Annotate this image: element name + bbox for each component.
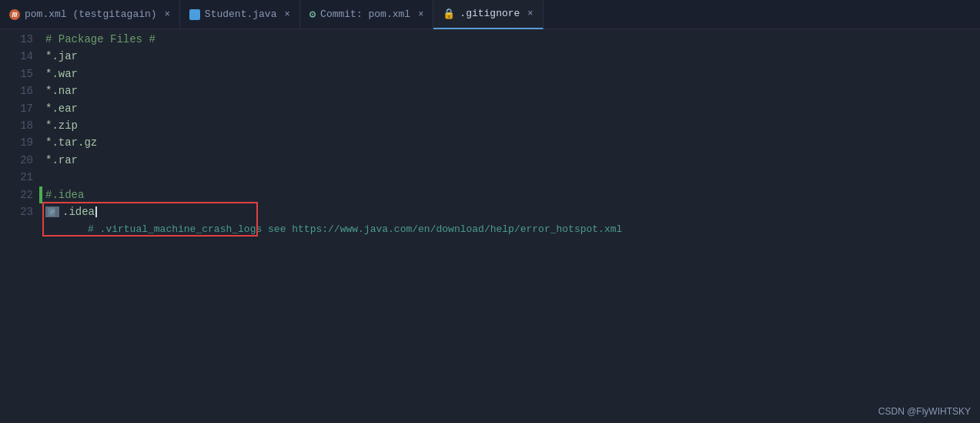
tab-pom[interactable]: m pom.xml (testgitagain) × <box>0 0 180 29</box>
code-line-17: *.ear <box>42 100 980 117</box>
code-line-22: #.idea <box>42 186 980 203</box>
tab-student-label: Student.java <box>205 8 277 20</box>
code-text-21 <box>45 169 52 186</box>
editor: 13 14 15 16 17 18 19 20 21 22 23 # Packa… <box>0 29 980 423</box>
code-text-20: *.rar <box>45 152 78 169</box>
code-text-19: *.tar.gz <box>45 134 97 151</box>
code-text-17: *.ear <box>45 100 78 117</box>
tab-gitignore-close[interactable]: × <box>527 8 533 19</box>
tab-commit[interactable]: ⚙ Commit: pom.xml × <box>300 0 434 29</box>
code-line-19: *.tar.gz <box>42 134 980 151</box>
tab-pom-label: pom.xml (testgitagain) <box>25 8 157 20</box>
bottom-line: # .virtual_machine_crash_logs see https:… <box>42 222 980 238</box>
tab-student[interactable]: Student.java × <box>180 0 300 29</box>
java-icon <box>189 9 200 20</box>
file-icon-23 <box>45 206 59 217</box>
watermark: CSDN @FlyWIHTSKY <box>878 406 971 417</box>
tab-commit-label: Commit: pom.xml <box>320 8 410 20</box>
code-text-15: *.war <box>45 65 78 82</box>
line-numbers: 13 14 15 16 17 18 19 20 21 22 23 <box>0 29 42 423</box>
code-line-16: *.nar <box>42 82 980 99</box>
maven-icon: m <box>9 9 20 20</box>
code-line-14: *.jar <box>42 48 980 65</box>
text-cursor <box>95 206 97 217</box>
tab-gitignore[interactable]: 🔒 .gitignore × <box>433 0 543 29</box>
tab-student-close[interactable]: × <box>284 9 289 20</box>
bottom-line-text: # .virtual_machine_crash_logs see https:… <box>88 223 622 235</box>
tab-gitignore-label: .gitignore <box>460 8 520 19</box>
tab-pom-close[interactable]: × <box>165 9 170 20</box>
commit-icon: ⚙ <box>309 8 316 21</box>
code-content[interactable]: # Package Files # *.jar *.war *.nar *.ea… <box>42 29 980 423</box>
gitignore-icon: 🔒 <box>443 8 455 20</box>
code-line-18: *.zip <box>42 117 980 134</box>
code-text-22: #.idea <box>45 186 84 203</box>
tab-bar: m pom.xml (testgitagain) × Student.java … <box>0 0 980 29</box>
diff-bar-22 <box>39 186 42 203</box>
code-line-21 <box>42 169 980 186</box>
code-line-23: .idea <box>42 203 980 220</box>
code-line-15: *.war <box>42 65 980 82</box>
code-text-18: *.zip <box>45 117 78 134</box>
code-text-16: *.nar <box>45 82 78 99</box>
code-text-23: .idea <box>62 203 97 220</box>
code-line-13: # Package Files # <box>42 31 980 48</box>
code-line-20: *.rar <box>42 152 980 169</box>
tab-commit-close[interactable]: × <box>418 9 423 20</box>
code-text-13: # Package Files # <box>45 31 156 48</box>
code-text-14: *.jar <box>45 48 78 65</box>
